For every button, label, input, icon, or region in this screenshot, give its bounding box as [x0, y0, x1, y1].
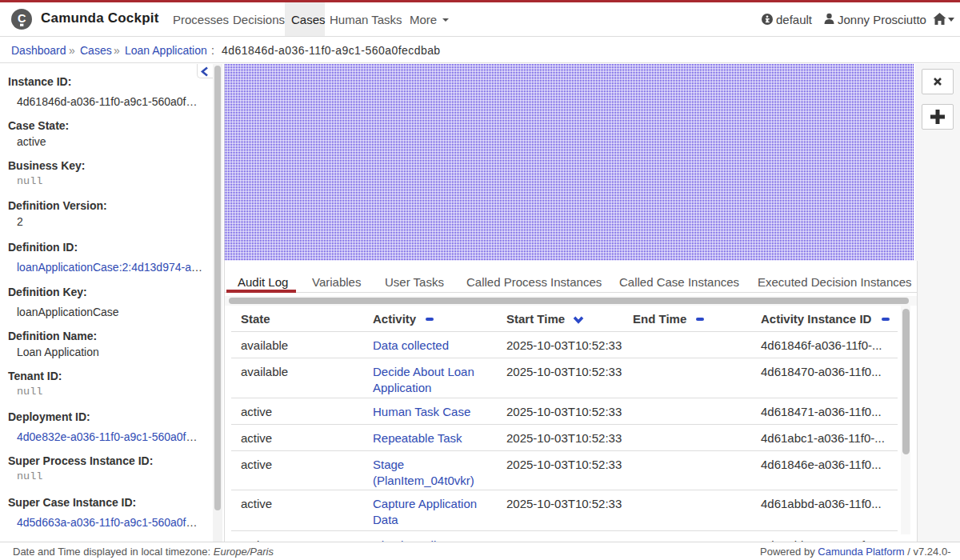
svg-text:C: C [18, 12, 26, 25]
